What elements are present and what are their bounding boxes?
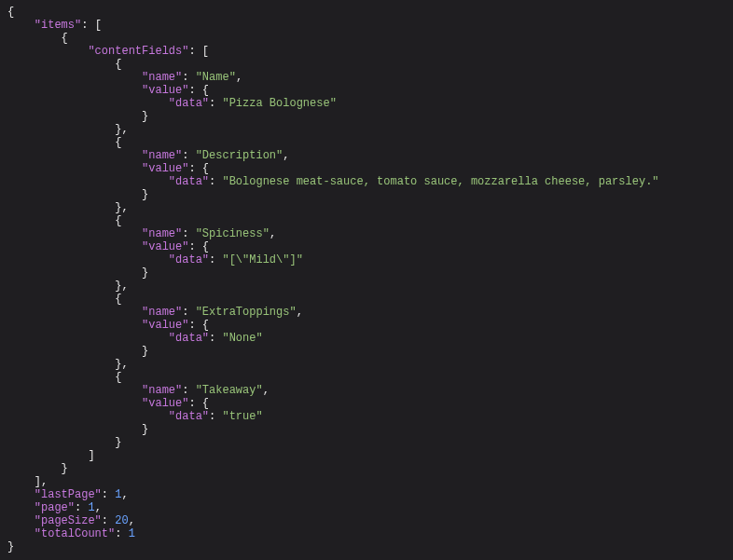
json-code-block: { "items": [ { "contentFields": [ { "nam… xyxy=(0,0,733,560)
